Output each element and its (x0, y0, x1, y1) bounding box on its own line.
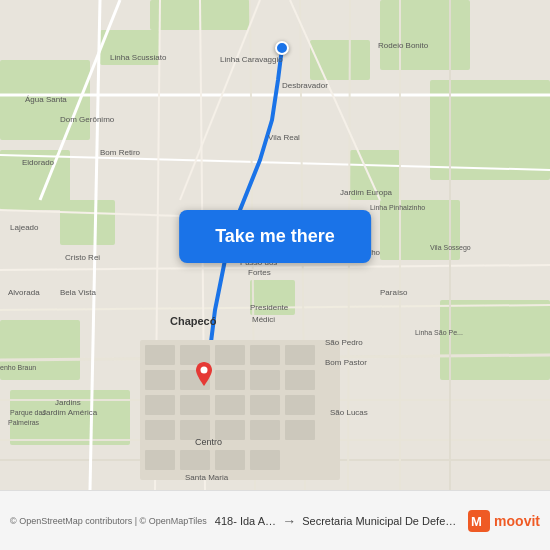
moovit-text: moovit (494, 513, 540, 529)
svg-text:Presidente: Presidente (250, 303, 289, 312)
arrow-icon: → (282, 513, 296, 529)
svg-rect-12 (310, 40, 370, 80)
svg-text:Bela Vista: Bela Vista (60, 288, 96, 297)
svg-text:Palmeiras: Palmeiras (8, 419, 40, 426)
svg-rect-48 (215, 395, 245, 415)
svg-text:Vila Sossego: Vila Sossego (430, 244, 471, 252)
svg-text:Chapecó: Chapecó (170, 315, 217, 327)
origin-marker (275, 41, 289, 55)
svg-text:Lajeado: Lajeado (10, 223, 39, 232)
route-to-label: Secretaria Municipal De Defesa Do... (302, 515, 460, 527)
attribution-text: © OpenStreetMap contributors | © OpenMap… (10, 516, 207, 526)
svg-rect-58 (215, 450, 245, 470)
svg-rect-49 (250, 395, 280, 415)
svg-text:Alvorada: Alvorada (8, 288, 40, 297)
svg-rect-39 (250, 345, 280, 365)
svg-rect-45 (285, 370, 315, 390)
svg-text:Rodeio Bonito: Rodeio Bonito (378, 41, 429, 50)
svg-text:enho Braun: enho Braun (0, 364, 36, 371)
svg-text:Médici: Médici (252, 315, 275, 324)
svg-rect-6 (380, 0, 470, 70)
svg-text:Linha Caravaggio: Linha Caravaggio (220, 55, 283, 64)
svg-text:São Pedro: São Pedro (325, 338, 363, 347)
svg-text:Cristo Rei: Cristo Rei (65, 253, 100, 262)
svg-rect-36 (145, 345, 175, 365)
svg-rect-57 (180, 450, 210, 470)
svg-text:Jardim América: Jardim América (42, 408, 98, 417)
svg-text:Jardim Europa: Jardim Europa (340, 188, 393, 197)
svg-text:Linha Scussiato: Linha Scussiato (110, 53, 167, 62)
svg-text:São Lucas: São Lucas (330, 408, 368, 417)
svg-rect-46 (145, 395, 175, 415)
svg-point-94 (201, 367, 208, 374)
svg-text:Fortes: Fortes (248, 268, 271, 277)
svg-rect-55 (285, 420, 315, 440)
svg-rect-4 (0, 320, 80, 380)
svg-text:M: M (471, 514, 482, 529)
route-from-label: 418- Ida Albi... (215, 515, 276, 527)
svg-text:Eldorado: Eldorado (22, 158, 55, 167)
svg-rect-9 (440, 300, 550, 380)
moovit-logo: M moovit (468, 510, 540, 532)
svg-rect-40 (285, 345, 315, 365)
svg-rect-47 (180, 395, 210, 415)
svg-text:Água Santa: Água Santa (25, 95, 67, 104)
svg-text:Jardins: Jardins (55, 398, 81, 407)
svg-text:Linha Pinhalzinho: Linha Pinhalzinho (370, 204, 425, 211)
bottom-bar: © OpenStreetMap contributors | © OpenMap… (0, 490, 550, 550)
moovit-icon: M (468, 510, 490, 532)
svg-text:Centro: Centro (195, 437, 222, 447)
svg-text:Desbravador: Desbravador (282, 81, 328, 90)
route-info: 418- Ida Albi... → Secretaria Municipal … (207, 513, 468, 529)
svg-text:Paraíso: Paraíso (380, 288, 408, 297)
svg-text:Santa Maria: Santa Maria (185, 473, 229, 482)
destination-marker (192, 362, 216, 394)
svg-rect-50 (285, 395, 315, 415)
svg-rect-38 (215, 345, 245, 365)
svg-text:Linha São Pe...: Linha São Pe... (415, 329, 463, 336)
svg-rect-56 (145, 450, 175, 470)
svg-text:Bom Retiro: Bom Retiro (100, 148, 141, 157)
svg-text:Bom Pastor: Bom Pastor (325, 358, 367, 367)
map-container: Água Santa Dom Gerônimo Eldorado Bom Ret… (0, 0, 550, 490)
svg-text:Parque das: Parque das (10, 409, 46, 417)
svg-text:Vila Real: Vila Real (268, 133, 300, 142)
svg-rect-3 (60, 200, 115, 245)
svg-rect-43 (215, 370, 245, 390)
svg-rect-44 (250, 370, 280, 390)
map-attribution: © OpenStreetMap contributors | © OpenMap… (10, 516, 207, 526)
svg-text:Dom Gerônimo: Dom Gerônimo (60, 115, 115, 124)
svg-rect-51 (145, 420, 175, 440)
svg-rect-41 (145, 370, 175, 390)
svg-rect-59 (250, 450, 280, 470)
take-me-there-button[interactable]: Take me there (179, 210, 371, 263)
svg-rect-54 (250, 420, 280, 440)
